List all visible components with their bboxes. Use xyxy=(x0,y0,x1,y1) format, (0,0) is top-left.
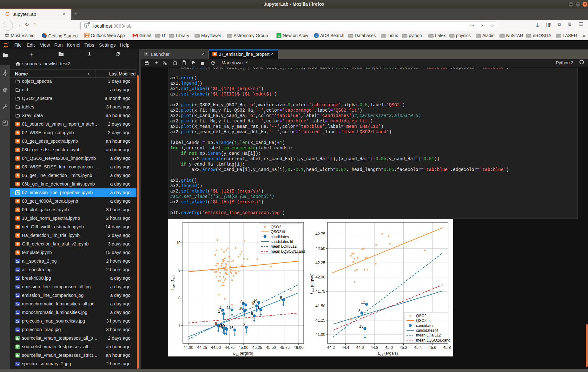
svg-text:a: a xyxy=(315,34,317,37)
svg-text:41.75: 41.75 xyxy=(315,289,325,294)
svg-text:9: 9 xyxy=(242,300,245,305)
svg-text:candidates fit: candidates fit xyxy=(271,239,293,244)
svg-text:QSO2: QSO2 xyxy=(416,314,426,318)
svg-text:7: 7 xyxy=(240,299,242,303)
svg-text:44.8: 44.8 xyxy=(371,345,378,350)
svg-text:7: 7 xyxy=(178,323,181,328)
svg-text:44.75: 44.75 xyxy=(225,345,235,350)
svg-text:12: 12 xyxy=(361,300,365,304)
svg-text:2: 2 xyxy=(243,323,245,327)
svg-text:42.00: 42.00 xyxy=(315,275,325,279)
svg-text:5: 5 xyxy=(280,296,282,300)
svg-text:45.25: 45.25 xyxy=(252,345,262,350)
svg-text:46.00: 46.00 xyxy=(294,345,303,350)
svg-text:QSO2 fit: QSO2 fit xyxy=(271,230,285,234)
svg-text:42.25: 42.25 xyxy=(315,261,325,265)
svg-text:1: 1 xyxy=(257,305,260,310)
svg-text:45.6: 45.6 xyxy=(429,345,436,350)
svg-text:44.4: 44.4 xyxy=(342,345,349,350)
svg-text:16: 16 xyxy=(239,306,243,310)
svg-text:candidates: candidates xyxy=(416,323,434,328)
svg-text:44.50: 44.50 xyxy=(211,345,221,350)
svg-text:mean LOIII/L12: mean LOIII/L12 xyxy=(271,244,297,249)
svg-text:42.50: 42.50 xyxy=(315,246,325,251)
svg-text:41.25: 41.25 xyxy=(315,318,325,323)
svg-text:candidates: candidates xyxy=(271,235,289,239)
svg-text:mean LQSO2/Lcand: mean LQSO2/Lcand xyxy=(271,249,305,254)
svg-text:candidates fit: candidates fit xyxy=(416,328,439,333)
svg-text:13: 13 xyxy=(359,324,364,329)
svg-text:45.75: 45.75 xyxy=(280,345,290,350)
svg-text:18: 18 xyxy=(219,324,223,329)
svg-text:17: 17 xyxy=(218,309,222,314)
svg-text:45.0: 45.0 xyxy=(385,345,393,350)
svg-text:45.4: 45.4 xyxy=(414,345,422,350)
svg-text:9: 9 xyxy=(178,268,181,273)
svg-text:41.50: 41.50 xyxy=(315,304,325,308)
svg-text:41.00: 41.00 xyxy=(315,332,325,337)
svg-text:8: 8 xyxy=(178,296,181,300)
svg-text:mean LHa/L12: mean LHa/L12 xyxy=(416,333,441,337)
svg-text:15: 15 xyxy=(229,326,234,330)
svg-text:8: 8 xyxy=(215,321,217,326)
svg-text:44.00: 44.00 xyxy=(183,345,193,350)
svg-text:45.00: 45.00 xyxy=(239,345,248,350)
svg-text:mean LQSO2/Lcand: mean LQSO2/Lcand xyxy=(416,338,450,343)
svg-text:QSO2: QSO2 xyxy=(271,225,281,229)
svg-text:3: 3 xyxy=(358,309,360,313)
svg-text:10: 10 xyxy=(176,241,181,245)
svg-text:QSO2 fit: QSO2 fit xyxy=(416,318,431,323)
svg-text:45.8: 45.8 xyxy=(443,345,451,350)
svg-text:44.25: 44.25 xyxy=(197,345,207,350)
svg-text:14: 14 xyxy=(253,298,258,303)
svg-text:45.2: 45.2 xyxy=(400,345,407,350)
svg-text:44.2: 44.2 xyxy=(327,345,335,350)
svg-text:42.75: 42.75 xyxy=(315,232,325,236)
svg-text:44.6: 44.6 xyxy=(356,345,364,350)
svg-text:6: 6 xyxy=(251,311,253,316)
svg-text:45.50: 45.50 xyxy=(266,345,276,350)
svg-text:11: 11 xyxy=(227,305,231,310)
